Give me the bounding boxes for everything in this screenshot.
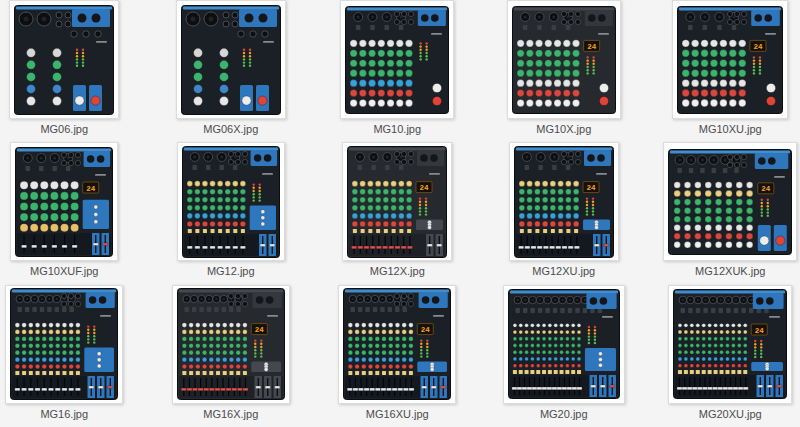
mixer-image: 24 xyxy=(668,149,792,255)
file-item[interactable]: 24 MG10X.jpg xyxy=(481,0,648,142)
file-thumbnail[interactable]: 24 xyxy=(172,285,290,404)
svg-text:24: 24 xyxy=(86,184,96,192)
file-name-label[interactable]: MG16.jpg xyxy=(40,407,88,421)
mixer-image xyxy=(181,5,281,115)
file-item[interactable]: 24 MG10XU.jpg xyxy=(647,0,800,142)
file-thumbnail[interactable] xyxy=(176,0,286,119)
mixer-image: 24 xyxy=(512,6,616,114)
file-item[interactable]: 24 MG12XU.jpg xyxy=(481,142,648,284)
file-item[interactable]: MG12.jpg xyxy=(148,142,315,284)
file-thumbnail[interactable]: 24 xyxy=(338,285,456,404)
svg-text:24: 24 xyxy=(421,326,431,334)
svg-text:24: 24 xyxy=(420,184,430,192)
file-thumbnail[interactable]: 24 xyxy=(507,0,621,119)
file-item[interactable]: 24 MG12XUK.jpg xyxy=(647,142,800,284)
mixer-image: 24 xyxy=(673,289,787,399)
file-item[interactable]: MG20.jpg xyxy=(481,285,648,427)
file-name-label[interactable]: MG16XU.jpg xyxy=(366,407,429,421)
svg-text:24: 24 xyxy=(586,184,596,192)
file-name-label[interactable]: MG20.jpg xyxy=(540,407,588,421)
file-name-label[interactable]: MG12XU.jpg xyxy=(532,264,595,278)
file-name-label[interactable]: MG16X.jpg xyxy=(203,407,258,421)
file-thumbnail[interactable]: 24 xyxy=(663,142,797,261)
file-name-label[interactable]: MG10.jpg xyxy=(373,122,421,136)
mixer-image: 24 xyxy=(347,146,447,258)
svg-text:24: 24 xyxy=(755,327,765,335)
file-name-label[interactable]: MG06.jpg xyxy=(40,122,88,136)
mixer-image xyxy=(508,289,620,399)
file-name-label[interactable]: MG10X.jpg xyxy=(536,122,591,136)
mixer-image: 24 xyxy=(343,288,451,400)
mixer-image: 24 xyxy=(677,6,783,114)
svg-text:24: 24 xyxy=(587,42,597,50)
file-item[interactable]: MG10.jpg xyxy=(314,0,481,142)
file-name-label[interactable]: MG12X.jpg xyxy=(370,264,425,278)
mixer-image xyxy=(182,146,280,258)
file-item[interactable]: 24 MG10XUF.jpg xyxy=(0,142,148,284)
file-thumbnail[interactable] xyxy=(9,0,119,119)
svg-text:24: 24 xyxy=(754,42,764,50)
mixer-image: 24 xyxy=(514,146,614,258)
file-item[interactable]: MG06X.jpg xyxy=(148,0,315,142)
file-thumbnail[interactable] xyxy=(177,142,285,261)
file-item[interactable]: MG06.jpg xyxy=(0,0,148,142)
mixer-image xyxy=(345,6,449,114)
svg-text:24: 24 xyxy=(255,326,265,334)
file-item[interactable]: 24 MG12X.jpg xyxy=(314,142,481,284)
thumbnail-grid-view: MG06.jpg MG06X.jpg MG10.jpg 24 MG10X.jpg… xyxy=(0,0,800,427)
file-name-label[interactable]: MG12XUK.jpg xyxy=(695,264,765,278)
file-thumbnail[interactable]: 24 xyxy=(672,0,788,119)
file-item[interactable]: 24 MG16XU.jpg xyxy=(314,285,481,427)
file-name-label[interactable]: MG10XU.jpg xyxy=(699,122,762,136)
svg-text:24: 24 xyxy=(762,185,772,193)
mixer-image xyxy=(10,288,118,400)
file-item[interactable]: MG16.jpg xyxy=(0,285,148,427)
file-name-label[interactable]: MG10XUF.jpg xyxy=(30,264,98,278)
file-thumbnail[interactable]: 24 xyxy=(10,142,118,261)
file-item[interactable]: 24 MG16X.jpg xyxy=(148,285,315,427)
file-item[interactable]: 24 MG20XU.jpg xyxy=(647,285,800,427)
file-name-label[interactable]: MG12.jpg xyxy=(207,264,255,278)
file-name-label[interactable]: MG20XU.jpg xyxy=(699,407,762,421)
file-thumbnail[interactable] xyxy=(503,285,625,404)
file-thumbnail[interactable]: 24 xyxy=(509,142,619,261)
file-thumbnail[interactable]: 24 xyxy=(342,142,452,261)
file-thumbnail[interactable] xyxy=(340,0,454,119)
file-thumbnail[interactable] xyxy=(5,285,123,404)
mixer-image: 24 xyxy=(177,288,285,400)
file-thumbnail[interactable]: 24 xyxy=(668,285,792,404)
mixer-image xyxy=(14,5,114,115)
file-name-label[interactable]: MG06X.jpg xyxy=(203,122,258,136)
mixer-image: 24 xyxy=(15,147,113,257)
